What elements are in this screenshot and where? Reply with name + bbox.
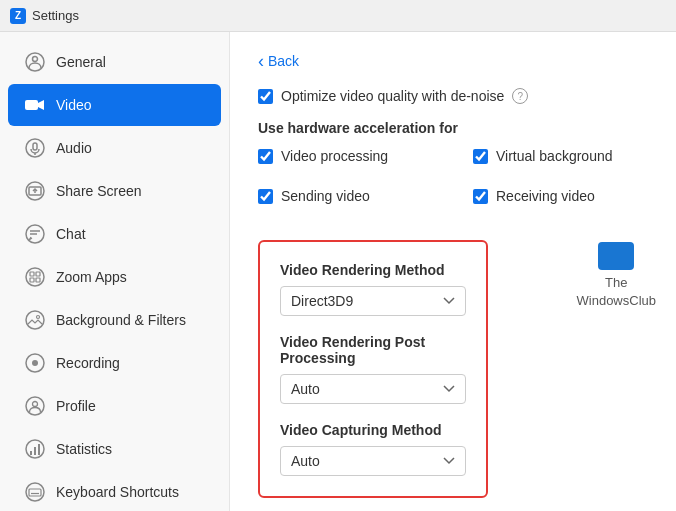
sidebar-item-background[interactable]: Background & Filters xyxy=(8,299,221,341)
sendingvideo-label: Sending video xyxy=(281,188,370,204)
video-icon xyxy=(24,94,46,116)
watermark-icon xyxy=(598,242,634,270)
sidebar-item-recording[interactable]: Recording xyxy=(8,342,221,384)
svg-point-1 xyxy=(33,57,38,62)
sendingvideo-checkbox[interactable] xyxy=(258,189,273,204)
sidebar-item-audio-label: Audio xyxy=(56,140,92,156)
svg-point-20 xyxy=(33,402,38,407)
svg-rect-23 xyxy=(34,447,36,455)
receivingvideo-row: Receiving video xyxy=(473,188,648,204)
receivingvideo-checkbox[interactable] xyxy=(473,189,488,204)
zoomapps-icon xyxy=(24,266,46,288)
render-postprocess-select[interactable]: Auto None Normal xyxy=(280,374,466,404)
render-postprocess-group: Video Rendering Post Processing Auto Non… xyxy=(280,334,466,404)
render-method-group: Video Rendering Method Direct3D9 Auto Di… xyxy=(280,262,466,316)
sidebar-item-video[interactable]: Video xyxy=(8,84,221,126)
main-layout: General Video Audio xyxy=(0,32,676,511)
render-method-label: Video Rendering Method xyxy=(280,262,466,278)
svg-rect-13 xyxy=(30,278,34,282)
statistics-icon xyxy=(24,438,46,460)
svg-rect-22 xyxy=(30,451,32,455)
videoprocessing-label: Video processing xyxy=(281,148,388,164)
title-bar-text: Settings xyxy=(32,8,79,23)
hardware-section-title: Use hardware acceleration for xyxy=(258,120,648,136)
videoprocessing-row: Video processing xyxy=(258,148,433,164)
virtualbackground-row: Virtual background xyxy=(473,148,648,164)
profile-icon xyxy=(24,395,46,417)
svg-rect-11 xyxy=(30,272,34,276)
sidebar-item-statistics-label: Statistics xyxy=(56,441,112,457)
virtualbackground-checkbox[interactable] xyxy=(473,149,488,164)
sidebar-item-keyboard-label: Keyboard Shortcuts xyxy=(56,484,179,500)
svg-point-10 xyxy=(26,268,44,286)
sidebar-item-zoomapps[interactable]: Zoom Apps xyxy=(8,256,221,298)
content-area: Back Optimize video quality with de-nois… xyxy=(230,32,676,511)
sidebar-item-general[interactable]: General xyxy=(8,41,221,83)
sidebar-item-profile[interactable]: Profile xyxy=(8,385,221,427)
sidebar-item-background-label: Background & Filters xyxy=(56,312,186,328)
sidebar: General Video Audio xyxy=(0,32,230,511)
sidebar-item-chat[interactable]: Chat xyxy=(8,213,221,255)
general-icon xyxy=(24,51,46,73)
chat-icon xyxy=(24,223,46,245)
denoise-row: Optimize video quality with de-noise ? xyxy=(258,88,648,104)
sidebar-item-sharescreen-label: Share Screen xyxy=(56,183,142,199)
sidebar-item-general-label: General xyxy=(56,54,106,70)
sidebar-item-recording-label: Recording xyxy=(56,355,120,371)
capture-method-group: Video Capturing Method Auto DirectShow W… xyxy=(280,422,466,476)
virtualbackground-label: Virtual background xyxy=(496,148,612,164)
sidebar-item-zoomapps-label: Zoom Apps xyxy=(56,269,127,285)
sendingvideo-row: Sending video xyxy=(258,188,433,204)
render-method-select[interactable]: Direct3D9 Auto Direct3D11 xyxy=(280,286,466,316)
svg-rect-24 xyxy=(38,444,40,455)
watermark: The WindowsClub xyxy=(577,242,656,310)
audio-icon xyxy=(24,137,46,159)
sidebar-item-keyboard[interactable]: Keyboard Shortcuts xyxy=(8,471,221,511)
background-icon xyxy=(24,309,46,331)
svg-rect-2 xyxy=(25,100,38,110)
svg-point-16 xyxy=(37,316,40,319)
hardware-grid: Video processing Virtual background Send… xyxy=(258,148,648,220)
svg-rect-4 xyxy=(33,143,37,150)
videoprocessing-checkbox[interactable] xyxy=(258,149,273,164)
info-icon[interactable]: ? xyxy=(512,88,528,104)
receivingvideo-label: Receiving video xyxy=(496,188,595,204)
svg-point-18 xyxy=(32,360,38,366)
back-link[interactable]: Back xyxy=(258,52,648,70)
sidebar-item-sharescreen[interactable]: Share Screen xyxy=(8,170,221,212)
sidebar-item-video-label: Video xyxy=(56,97,92,113)
sidebar-item-profile-label: Profile xyxy=(56,398,96,414)
title-bar: Z Settings xyxy=(0,0,676,32)
capture-method-label: Video Capturing Method xyxy=(280,422,466,438)
denoise-label: Optimize video quality with de-noise xyxy=(281,88,504,104)
svg-rect-12 xyxy=(36,272,40,276)
sharescreen-icon xyxy=(24,180,46,202)
sidebar-item-chat-label: Chat xyxy=(56,226,86,242)
sidebar-item-audio[interactable]: Audio xyxy=(8,127,221,169)
advanced-box: Video Rendering Method Direct3D9 Auto Di… xyxy=(258,240,488,498)
recording-icon xyxy=(24,352,46,374)
watermark-text: The WindowsClub xyxy=(577,274,656,310)
render-postprocess-label: Video Rendering Post Processing xyxy=(280,334,466,366)
app-icon: Z xyxy=(10,8,26,24)
svg-rect-26 xyxy=(29,489,41,496)
capture-method-select[interactable]: Auto DirectShow WDM xyxy=(280,446,466,476)
svg-rect-14 xyxy=(36,278,40,282)
sidebar-item-statistics[interactable]: Statistics xyxy=(8,428,221,470)
denoise-checkbox[interactable] xyxy=(258,89,273,104)
keyboard-icon xyxy=(24,481,46,503)
svg-point-15 xyxy=(26,311,44,329)
